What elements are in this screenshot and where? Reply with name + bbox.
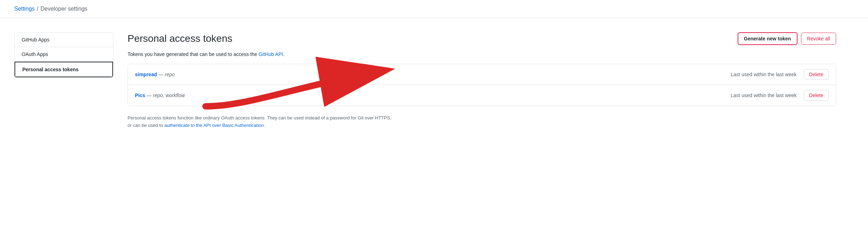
revoke-all-button[interactable]: Revoke all	[801, 33, 836, 45]
sidebar-item-personal-access-tokens[interactable]: Personal access tokens	[15, 62, 113, 77]
token-name-link-simpread[interactable]: simpread	[135, 72, 157, 77]
basic-auth-link[interactable]: authenticate to the API over Basic Authe…	[164, 123, 264, 128]
delete-button-pics[interactable]: Delete	[804, 90, 829, 101]
breadcrumb-settings-link[interactable]: Settings	[14, 6, 35, 12]
delete-button-simpread[interactable]: Delete	[804, 69, 829, 80]
breadcrumb-current: Developer settings	[40, 6, 88, 12]
description-text: Tokens you have generated that can be us…	[128, 51, 836, 58]
token-info-pics: Last used within the last week Delete	[731, 90, 829, 101]
token-name-link-pics[interactable]: Pics	[135, 93, 145, 98]
page-title: Personal access tokens	[128, 33, 232, 44]
breadcrumb-separator: /	[37, 6, 38, 12]
table-row: Pics — repo, workflow Last used within t…	[128, 85, 836, 106]
table-row: simpread — repo Last used within the las…	[128, 64, 836, 85]
token-name-scope: simpread — repo	[135, 72, 175, 77]
header-buttons: Generate new token Revoke all	[738, 32, 836, 45]
github-api-link[interactable]: GitHub API	[259, 51, 283, 57]
sidebar: GitHub Apps OAuth Apps Personal access t…	[14, 32, 113, 78]
sidebar-item-github-apps[interactable]: GitHub Apps	[15, 33, 113, 47]
token-info-simpread: Last used within the last week Delete	[731, 69, 829, 80]
content-header: Personal access tokens Generate new toke…	[128, 32, 836, 45]
tokens-table: simpread — repo Last used within the las…	[128, 64, 836, 106]
token-name-scope-pics: Pics — repo, workflow	[135, 93, 185, 98]
footer-text: Personal access tokens function like ord…	[128, 114, 446, 129]
token-scope-simpread: — repo	[158, 72, 175, 77]
token-last-used-simpread: Last used within the last week	[731, 72, 797, 77]
token-last-used-pics: Last used within the last week	[731, 93, 797, 98]
content-area: Personal access tokens Generate new toke…	[128, 32, 836, 129]
token-scope-pics: — repo, workflow	[147, 93, 185, 98]
sidebar-item-oauth-apps[interactable]: OAuth Apps	[15, 47, 113, 62]
breadcrumb: Settings / Developer settings	[0, 0, 868, 18]
generate-new-token-button[interactable]: Generate new token	[738, 32, 797, 45]
